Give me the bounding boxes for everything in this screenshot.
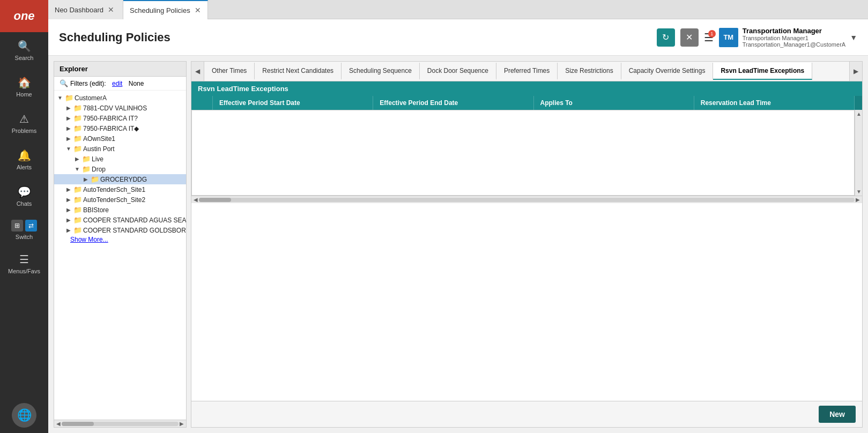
sidebar-item-chats[interactable]: 💬 Chats: [0, 178, 48, 214]
tab-rsvn[interactable]: Rsvn LeadTime Exceptions: [713, 63, 812, 80]
tree-label-cooper1: COOPER STANDARD AGUAS SEALING (S...: [83, 216, 186, 224]
tree-label-live: Live: [92, 155, 103, 163]
logo-area[interactable]: one: [0, 0, 48, 32]
expand-drop[interactable]: ▼: [73, 166, 81, 173]
tree-item-7950-1[interactable]: ▶ 📁 7950-FABRICA IT?: [54, 113, 186, 123]
expand-7881[interactable]: ▶: [65, 104, 72, 112]
header-actions: ↻ ✕ ☰ 1 TM Transportation Manager Transp…: [657, 27, 857, 48]
tree-item-7950-2[interactable]: ▶ 📁 7950-FABRICA IT◆: [54, 123, 186, 133]
menu-button[interactable]: ☰ 1: [704, 31, 714, 44]
scrollbar-track[interactable]: [62, 422, 179, 426]
browser-tab-scheduling-policies[interactable]: Scheduling Policies ✕: [123, 0, 208, 19]
sidebar-item-home[interactable]: 🏠 Home: [0, 69, 48, 105]
user-area[interactable]: TM Transportation Manager Transportation…: [719, 27, 857, 48]
expand-auto2[interactable]: ▶: [65, 196, 72, 204]
tree-item-drop[interactable]: ▼ 📁 Drop: [54, 164, 186, 174]
expand-grocery[interactable]: ▶: [82, 176, 90, 183]
switch-label: Switch: [16, 234, 33, 240]
expand-auto1[interactable]: ▶: [65, 186, 72, 193]
expand-cooper2[interactable]: ▶: [65, 227, 72, 234]
expand-7950-1[interactable]: ▶: [65, 115, 72, 122]
expand-customerA[interactable]: ▼: [56, 94, 64, 102]
table-body-area: ▲ ▼: [191, 110, 862, 196]
tree-label-auto2: AutoTenderSch_Site2: [83, 196, 145, 204]
tab-dock-door[interactable]: Dock Door Sequence: [420, 63, 496, 80]
tree-item-7881[interactable]: ▶ 📁 7881-CDV VALINHOS: [54, 103, 186, 113]
table-scroll-right[interactable]: ▶: [855, 197, 861, 203]
nav-bottom: 🌐: [12, 403, 36, 433]
table-scroll-track[interactable]: [199, 198, 855, 202]
folder-icon-live: 📁: [82, 155, 91, 163]
tab-scroll-left-btn[interactable]: ◀: [191, 62, 204, 81]
show-more-link[interactable]: Show More...: [54, 235, 186, 243]
expand-aown[interactable]: ▶: [65, 135, 72, 143]
v-scroll-track[interactable]: [855, 118, 862, 188]
table-header-row: Effective Period Start Date Effective Pe…: [191, 96, 862, 110]
explorer-filter-bar: 🔍 Filters (edit): edit None: [54, 77, 186, 91]
browser-tab-neo-dashboard[interactable]: Neo Dashboard ✕: [48, 0, 123, 19]
table-scroll-thumb[interactable]: [199, 198, 231, 202]
tab-neo-dashboard-close[interactable]: ✕: [108, 5, 114, 14]
table-body[interactable]: [191, 110, 855, 196]
tree-item-live[interactable]: ▶ 📁 Live: [54, 154, 186, 164]
tree-item-aown[interactable]: ▶ 📁 AOwnSite1: [54, 133, 186, 144]
globe-button[interactable]: 🌐: [12, 403, 36, 428]
browser-tabs-bar: Neo Dashboard ✕ Scheduling Policies ✕: [48, 0, 868, 19]
tree-item-austin[interactable]: ▼ 📁 Austin Port: [54, 144, 186, 154]
bottom-bar: New: [191, 401, 862, 427]
expand-cooper1[interactable]: ▶: [65, 216, 72, 224]
folder-icon-aown: 📁: [73, 135, 82, 143]
tab-scroll-right-btn[interactable]: ▶: [849, 62, 862, 81]
close-button[interactable]: ✕: [680, 28, 699, 47]
section-title-bar: Rsvn LeadTime Exceptions: [191, 81, 862, 96]
page-header: Scheduling Policies ↻ ✕ ☰ 1 TM Transport…: [48, 19, 868, 56]
tree-item-auto1[interactable]: ▶ 📁 AutoTenderSch_Site1: [54, 184, 186, 195]
tree-label-7881: 7881-CDV VALINHOS: [83, 104, 147, 112]
tab-other-times[interactable]: Other Times: [204, 63, 255, 80]
explorer-header: Explorer: [54, 62, 186, 77]
home-label: Home: [16, 91, 32, 98]
home-icon: 🏠: [18, 76, 31, 89]
expand-live[interactable]: ▶: [73, 155, 81, 163]
tab-scheduling-seq[interactable]: Scheduling Sequence: [342, 63, 420, 80]
tab-size-restrictions[interactable]: Size Restrictions: [558, 63, 621, 80]
content-area: Explorer 🔍 Filters (edit): edit None ▼ 📁…: [48, 56, 868, 433]
tree-item-customerA[interactable]: ▼ 📁 CustomerA: [54, 93, 186, 103]
sidebar-item-problems[interactable]: ⚠ Problems: [0, 105, 48, 141]
tab-preferred[interactable]: Preferred Times: [496, 63, 558, 80]
refresh-button[interactable]: ↻: [657, 28, 675, 47]
folder-icon-austin: 📁: [73, 145, 82, 153]
scroll-left-arrow[interactable]: ◀: [55, 421, 62, 427]
explorer-tree: ▼ 📁 CustomerA ▶ 📁 7881-CDV VALINHOS ▶ 📁 …: [54, 91, 186, 420]
sidebar-switch[interactable]: ⊞ ⇄ Switch: [0, 214, 48, 245]
new-button[interactable]: New: [819, 406, 856, 423]
filter-edit-link[interactable]: edit: [112, 80, 122, 87]
tree-item-bbistore[interactable]: ▶ 📁 BBIStore: [54, 205, 186, 215]
tree-item-grocery[interactable]: ▶ 📁 GROCERYDDG: [54, 174, 186, 184]
scroll-right-arrow[interactable]: ▶: [179, 421, 185, 427]
tab-capacity[interactable]: Capacity Override Settings: [621, 63, 714, 80]
tree-item-cooper1[interactable]: ▶ 📁 COOPER STANDARD AGUAS SEALING (S...: [54, 215, 186, 225]
tab-scheduling-policies-close[interactable]: ✕: [195, 6, 201, 14]
tree-label-customerA: CustomerA: [75, 94, 107, 102]
table-scroll-left[interactable]: ◀: [192, 197, 199, 203]
empty-content-area: [191, 203, 862, 401]
sidebar-item-menus[interactable]: ☰ Menus/Favs: [0, 245, 48, 282]
expand-austin[interactable]: ▼: [65, 145, 72, 153]
explorer-panel: Explorer 🔍 Filters (edit): edit None ▼ 📁…: [54, 61, 187, 428]
tab-restrict[interactable]: Restrict Next Candidates: [255, 63, 342, 80]
v-scrollbar: ▲ ▼: [855, 110, 862, 196]
scrollbar-thumb[interactable]: [62, 422, 94, 426]
chats-label: Chats: [17, 200, 32, 207]
v-scroll-down[interactable]: ▼: [855, 188, 862, 196]
left-navigation: one 🔍 Search 🏠 Home ⚠ Problems 🔔 Alerts …: [0, 0, 48, 433]
col-header-end: Effective Period End Date: [373, 96, 533, 110]
expand-bbistore[interactable]: ▶: [65, 206, 72, 214]
expand-7950-2[interactable]: ▶: [65, 125, 72, 132]
user-dropdown-arrow[interactable]: ▼: [850, 33, 857, 42]
sidebar-item-alerts[interactable]: 🔔 Alerts: [0, 141, 48, 178]
v-scroll-up[interactable]: ▲: [855, 110, 862, 118]
tree-item-auto2[interactable]: ▶ 📁 AutoTenderSch_Site2: [54, 195, 186, 205]
sidebar-item-search[interactable]: 🔍 Search: [0, 32, 48, 69]
tabs-list: Other Times Restrict Next Candidates Sch…: [204, 63, 849, 80]
